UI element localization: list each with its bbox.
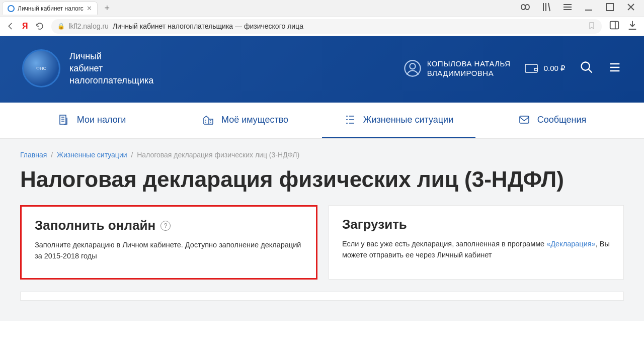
browser-chrome: Личный кабинет налогс ✕ + Я 🔒 lkfl2.nalo… <box>0 0 644 36</box>
site-title-line: Личный <box>69 50 153 62</box>
site-title-line: кабинет <box>69 62 153 74</box>
program-link[interactable]: «Декларация» <box>546 240 595 248</box>
user-name-line: ВЛАДИМИРОВНА <box>427 68 511 78</box>
reader-mode-icon[interactable] <box>519 1 531 15</box>
window-minimize-icon[interactable] <box>583 1 595 15</box>
card-text: Если у вас уже есть декларация, заполнен… <box>342 240 546 248</box>
sidebar-toggle-icon[interactable] <box>609 20 620 33</box>
breadcrumb-home[interactable]: Главная <box>20 151 47 159</box>
svg-point-7 <box>582 62 590 70</box>
list-icon <box>344 114 356 126</box>
card-title: Заполнить онлайн ? <box>35 218 303 233</box>
page-title: Налоговая декларация физических лиц (3-Н… <box>20 167 624 192</box>
emblem-icon: ФНС <box>22 49 60 87</box>
bookmark-lib-icon[interactable] <box>540 1 552 15</box>
breadcrumb-sep: / <box>131 151 133 159</box>
svg-point-1 <box>525 5 529 10</box>
breadcrumb-current: Налоговая декларация физических лиц (3-Н… <box>137 151 299 159</box>
card-title: Загрузить <box>342 217 610 232</box>
toolbar-right <box>609 20 638 33</box>
mail-icon <box>518 114 530 126</box>
url-label: Личный кабинет налогоплательщика — физич… <box>113 22 303 30</box>
property-icon <box>202 114 214 126</box>
site-title-line: налогоплательщика <box>69 74 153 86</box>
tab-strip: Личный кабинет налогс ✕ + <box>0 0 644 16</box>
close-tab-icon[interactable]: ✕ <box>87 5 92 12</box>
menu-button[interactable] <box>608 60 622 76</box>
user-block: КОПЫЛОВА НАТАЛЬЯ ВЛАДИМИРОВНА 0.00 ₽ <box>404 59 622 78</box>
taxes-icon <box>58 114 70 126</box>
wallet-icon <box>525 63 539 74</box>
help-icon[interactable]: ? <box>160 221 171 231</box>
card-title-text: Заполнить онлайн <box>35 218 155 233</box>
lock-icon: 🔒 <box>57 23 65 30</box>
breadcrumb-sep: / <box>51 151 53 159</box>
tab-label: Жизненные ситуации <box>363 115 453 125</box>
tab-label: Сообщения <box>537 115 587 125</box>
url-host: lkfl2.nalog.ru <box>69 22 109 30</box>
bookmark-icon[interactable] <box>588 22 596 31</box>
page-content: Главная / Жизненные ситуации / Налоговая… <box>0 139 644 321</box>
user-name: КОПЫЛОВА НАТАЛЬЯ ВЛАДИМИРОВНА <box>427 59 511 78</box>
svg-point-5 <box>410 63 415 69</box>
window-close-icon[interactable] <box>625 1 637 15</box>
tab-messages[interactable]: Сообщения <box>475 103 629 138</box>
site-title: Личный кабинет налогоплательщика <box>69 50 153 87</box>
card-title-text: Загрузить <box>342 217 407 232</box>
yandex-home-icon[interactable]: Я <box>22 22 28 31</box>
svg-rect-9 <box>520 116 529 123</box>
app-menu-icon[interactable] <box>561 1 574 15</box>
search-button[interactable] <box>580 60 594 76</box>
tab-label: Моё имущество <box>221 115 288 125</box>
downloads-icon[interactable] <box>627 20 638 33</box>
tab-label: Мои налоги <box>77 115 126 125</box>
new-tab-button[interactable]: + <box>101 2 114 15</box>
window-controls <box>519 1 642 15</box>
breadcrumb-section[interactable]: Жизненные ситуации <box>57 151 127 159</box>
tab-title: Личный кабинет налогс <box>18 5 84 12</box>
tab-taxes[interactable]: Мои налоги <box>15 103 169 138</box>
card-fill-online[interactable]: Заполнить онлайн ? Заполните декларацию … <box>20 205 317 280</box>
svg-point-0 <box>521 5 525 10</box>
svg-rect-2 <box>606 4 613 11</box>
card-upload[interactable]: Загрузить Если у вас уже есть декларация… <box>329 205 624 280</box>
back-button[interactable] <box>6 22 15 31</box>
user-icon <box>404 60 421 77</box>
balance[interactable]: 0.00 ₽ <box>525 63 566 74</box>
tab-property[interactable]: Моё имущество <box>169 103 322 138</box>
card-description: Заполните декларацию в Личном кабинете. … <box>35 239 303 262</box>
svg-rect-8 <box>60 115 66 124</box>
user-profile[interactable]: КОПЫЛОВА НАТАЛЬЯ ВЛАДИМИРОВНА <box>404 59 511 78</box>
reload-button[interactable] <box>35 22 44 31</box>
content-row <box>20 292 624 301</box>
site-header: ФНС Личный кабинет налогоплательщика КОП… <box>0 36 644 103</box>
action-cards: Заполнить онлайн ? Заполните декларацию … <box>20 205 624 280</box>
browser-tab[interactable]: Личный кабинет налогс ✕ <box>2 2 98 15</box>
favicon-icon <box>8 5 15 12</box>
balance-value: 0.00 ₽ <box>544 64 566 73</box>
breadcrumb: Главная / Жизненные ситуации / Налоговая… <box>20 151 624 159</box>
user-name-line: КОПЫЛОВА НАТАЛЬЯ <box>427 59 511 69</box>
svg-rect-3 <box>610 22 619 29</box>
site-logo[interactable]: ФНС Личный кабинет налогоплательщика <box>22 49 153 87</box>
address-bar: Я 🔒 lkfl2.nalog.ru Личный кабинет налого… <box>0 16 644 36</box>
tab-life-situations[interactable]: Жизненные ситуации <box>322 103 475 138</box>
card-description: Если у вас уже есть декларация, заполнен… <box>342 238 610 261</box>
url-field[interactable]: 🔒 lkfl2.nalog.ru Личный кабинет налогопл… <box>51 19 602 34</box>
window-maximize-icon[interactable] <box>604 1 616 15</box>
main-nav: Мои налоги Моё имущество Жизненные ситуа… <box>0 103 644 139</box>
